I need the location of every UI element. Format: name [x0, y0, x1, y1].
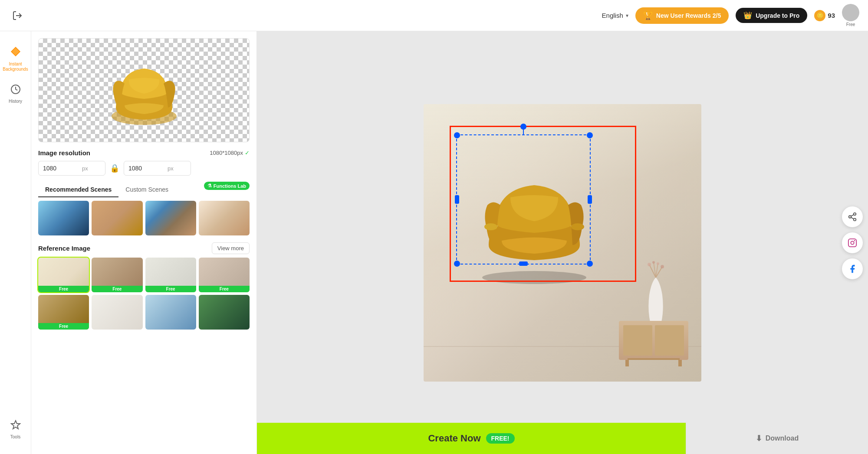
share-button[interactable]	[842, 206, 863, 227]
svg-point-24	[851, 241, 854, 244]
svg-marker-4	[11, 421, 20, 429]
chevron-down-icon: ▾	[626, 13, 628, 19]
scenes-header: Recommended Scenes Custom Scenes ⚗ Funct…	[38, 183, 250, 197]
ref-thumb-3[interactable]: Free	[145, 258, 196, 292]
handle-top-left[interactable]	[454, 132, 460, 138]
user-avatar[interactable]	[842, 4, 859, 21]
clock-icon	[10, 84, 21, 97]
bg-cabinet	[619, 321, 688, 360]
dimension-inputs: px 🔒 px	[38, 161, 250, 176]
view-more-button[interactable]: View more	[212, 242, 250, 254]
coins-count: 93	[828, 12, 835, 19]
resolution-label: Image resolution	[38, 149, 90, 157]
coins-badge: 🪙 93	[814, 10, 835, 21]
ref-thumb-8-inner	[199, 295, 250, 330]
main-container: InstantBackgrounds History Tools	[0, 31, 868, 454]
ref-thumb-5[interactable]: Free	[38, 295, 89, 330]
ref-thumb-6[interactable]	[92, 295, 142, 330]
svg-point-19	[849, 216, 852, 218]
language-selector[interactable]: English ▾	[602, 12, 628, 19]
coin-icon: 🪙	[814, 10, 825, 21]
facebook-icon	[848, 264, 857, 274]
ref-free-badge-3: Free	[145, 286, 196, 292]
logout-button[interactable]	[9, 7, 26, 24]
floating-buttons	[837, 201, 868, 284]
tab-custom-scenes[interactable]: Custom Scenes	[118, 183, 175, 197]
rewards-button[interactable]: 🏆 New User Rewards 2/5	[635, 7, 729, 24]
create-now-label: Create Now	[428, 433, 480, 444]
chair-preview-svg	[96, 47, 192, 134]
check-icon: ✓	[245, 150, 250, 156]
diamond-icon	[10, 46, 21, 60]
handle-bottom-center[interactable]	[519, 261, 528, 266]
free-tag: FREE!	[486, 433, 515, 444]
functions-lab-badge: ⚗ Functions Lab	[204, 182, 250, 190]
crown-icon: 👑	[743, 11, 752, 20]
svg-point-12	[652, 261, 655, 264]
handle-top-right[interactable]	[587, 132, 593, 138]
upgrade-button[interactable]: 👑 Upgrade to Pro	[736, 8, 807, 23]
reference-section-title: Reference Image	[38, 245, 90, 252]
tab-recommended-scenes[interactable]: Recommended Scenes	[38, 183, 118, 197]
image-preview-area	[38, 38, 250, 142]
ref-thumb-4[interactable]: Free	[199, 258, 250, 292]
px-label-width: px	[82, 165, 88, 172]
sidebar-item-label: InstantBackgrounds	[3, 62, 28, 72]
height-input-container: px	[124, 161, 191, 176]
ref-thumb-1[interactable]: Free	[38, 258, 89, 292]
svg-point-20	[854, 218, 856, 221]
ref-free-badge-2: Free	[92, 286, 142, 292]
instagram-button[interactable]	[842, 232, 863, 253]
user-avatar-wrap[interactable]: Free	[842, 4, 859, 27]
scene-thumb-1[interactable]	[38, 201, 89, 235]
left-panel: Image resolution 1080*1080px ✓ px 🔒 px	[31, 31, 257, 454]
handle-middle-left[interactable]	[455, 195, 459, 204]
resolution-section: Image resolution 1080*1080px ✓ px 🔒 px	[38, 149, 250, 176]
facebook-button[interactable]	[842, 258, 863, 279]
sidebar-item-history[interactable]: History	[0, 78, 31, 110]
bg-vase-svg	[645, 260, 667, 330]
sidebar-nav: InstantBackgrounds History Tools	[0, 31, 31, 454]
sidebar-item-tools[interactable]: Tools	[0, 414, 31, 445]
resolution-value: 1080*1080px ✓	[210, 150, 250, 156]
svg-point-25	[854, 240, 855, 241]
free-label: Free	[846, 22, 855, 27]
language-label: English	[602, 12, 623, 19]
scenes-tabs: Recommended Scenes Custom Scenes	[38, 183, 175, 197]
lock-icon[interactable]: 🔒	[110, 163, 119, 173]
scene-thumb-3[interactable]	[145, 201, 196, 235]
ref-free-badge-4: Free	[199, 286, 250, 292]
ref-thumb-6-inner	[92, 295, 142, 330]
ref-free-badge-5: Free	[38, 323, 89, 330]
download-label: Download	[766, 434, 799, 442]
reference-section-header: Reference Image View more	[38, 242, 250, 254]
header: English ▾ 🏆 New User Rewards 2/5 👑 Upgra…	[0, 0, 868, 31]
share-icon	[848, 212, 857, 222]
handle-middle-right[interactable]	[588, 195, 592, 204]
canvas-area: Create Now FREE! ⬇ Download	[257, 31, 868, 454]
canvas-image-container[interactable]	[424, 104, 701, 382]
svg-line-22	[851, 214, 854, 216]
svg-point-14	[661, 265, 664, 268]
handle-bottom-left[interactable]	[454, 261, 460, 267]
ref-thumb-7[interactable]	[145, 295, 196, 330]
download-button[interactable]: ⬇ Download	[686, 423, 868, 454]
reference-thumbs-grid: Free Free Free Free Free	[38, 258, 250, 330]
bottom-bar: Create Now FREE! ⬇ Download	[257, 423, 868, 454]
svg-point-13	[657, 262, 659, 265]
create-now-button[interactable]: Create Now FREE!	[257, 423, 686, 454]
sidebar-item-instant-backgrounds[interactable]: InstantBackgrounds	[0, 40, 31, 78]
scene-thumb-2[interactable]	[92, 201, 142, 235]
reference-image-section: Reference Image View more Free Free Free	[38, 242, 250, 330]
sidebar-tools-label: Tools	[10, 434, 20, 439]
ref-thumb-8[interactable]	[199, 295, 250, 330]
sidebar-history-label: History	[9, 99, 22, 104]
ref-thumb-2[interactable]: Free	[92, 258, 142, 292]
height-input[interactable]	[128, 165, 168, 172]
scene-thumb-4[interactable]	[199, 201, 250, 235]
svg-point-11	[648, 263, 651, 266]
handle-top-rotate[interactable]	[520, 124, 526, 130]
width-input[interactable]	[43, 165, 82, 172]
scene-thumbnails-grid	[38, 201, 250, 235]
handle-bottom-right[interactable]	[587, 261, 593, 267]
